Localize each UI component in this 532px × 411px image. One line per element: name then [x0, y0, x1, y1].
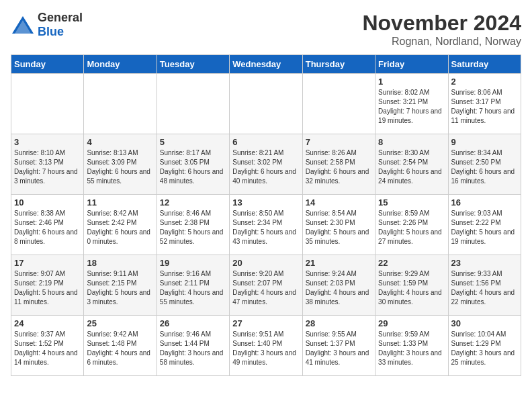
- day-number: 23: [451, 258, 518, 268]
- day-number: 7: [306, 137, 372, 147]
- logo-blue: Blue: [38, 25, 64, 38]
- day-cell: 12Sunrise: 8:46 AMSunset: 2:38 PMDayligh…: [157, 195, 229, 255]
- day-cell: 13Sunrise: 8:50 AMSunset: 2:34 PMDayligh…: [230, 195, 302, 255]
- day-cell: 8Sunrise: 8:30 AMSunset: 2:54 PMDaylight…: [375, 134, 448, 195]
- day-cell: 28Sunrise: 9:55 AMSunset: 1:37 PMDayligh…: [302, 316, 375, 376]
- day-number: 10: [14, 197, 81, 208]
- day-number: 30: [451, 318, 518, 328]
- day-number: 1: [378, 77, 445, 87]
- day-cell: 30Sunrise: 10:04 AMSunset: 1:29 PMDaylig…: [448, 316, 521, 376]
- day-info: Sunrise: 9:29 AMSunset: 1:59 PMDaylight:…: [378, 269, 445, 307]
- day-info: Sunrise: 8:10 AMSunset: 3:13 PMDaylight:…: [14, 148, 81, 186]
- day-number: 16: [451, 197, 518, 208]
- day-cell: 6Sunrise: 8:21 AMSunset: 3:02 PMDaylight…: [230, 134, 302, 195]
- day-number: 17: [14, 258, 81, 268]
- weekday-header-sunday: Sunday: [11, 55, 84, 74]
- day-cell: 4Sunrise: 8:13 AMSunset: 3:09 PMDaylight…: [84, 134, 157, 195]
- day-cell: 19Sunrise: 9:16 AMSunset: 2:11 PMDayligh…: [157, 255, 229, 316]
- day-number: 12: [160, 197, 226, 208]
- logo-text: General Blue: [38, 11, 83, 39]
- day-cell: 3Sunrise: 8:10 AMSunset: 3:13 PMDaylight…: [11, 134, 84, 195]
- day-info: Sunrise: 10:04 AMSunset: 1:29 PMDaylight…: [451, 330, 518, 367]
- day-info: Sunrise: 9:03 AMSunset: 2:22 PMDaylight:…: [451, 209, 518, 246]
- day-cell: [157, 74, 229, 134]
- logo-general: General: [38, 11, 83, 24]
- day-info: Sunrise: 9:42 AMSunset: 1:48 PMDaylight:…: [87, 330, 153, 367]
- day-cell: 21Sunrise: 9:24 AMSunset: 2:03 PMDayligh…: [302, 255, 375, 316]
- day-cell: [230, 74, 302, 134]
- day-number: 21: [306, 258, 372, 268]
- day-info: Sunrise: 8:59 AMSunset: 2:26 PMDaylight:…: [378, 209, 445, 246]
- week-row-3: 10Sunrise: 8:38 AMSunset: 2:46 PMDayligh…: [11, 195, 521, 255]
- week-row-5: 24Sunrise: 9:37 AMSunset: 1:52 PMDayligh…: [11, 316, 521, 376]
- weekday-header-thursday: Thursday: [302, 55, 375, 74]
- day-number: 24: [14, 318, 81, 328]
- week-row-2: 3Sunrise: 8:10 AMSunset: 3:13 PMDaylight…: [11, 134, 521, 195]
- day-cell: 23Sunrise: 9:33 AMSunset: 1:56 PMDayligh…: [448, 255, 521, 316]
- day-info: Sunrise: 9:55 AMSunset: 1:37 PMDaylight:…: [306, 330, 372, 367]
- day-cell: 15Sunrise: 8:59 AMSunset: 2:26 PMDayligh…: [375, 195, 448, 255]
- day-number: 2: [451, 77, 518, 87]
- day-cell: [11, 74, 84, 134]
- day-cell: 5Sunrise: 8:17 AMSunset: 3:05 PMDaylight…: [157, 134, 229, 195]
- day-info: Sunrise: 9:24 AMSunset: 2:03 PMDaylight:…: [306, 269, 372, 307]
- day-cell: 7Sunrise: 8:26 AMSunset: 2:58 PMDaylight…: [302, 134, 375, 195]
- day-info: Sunrise: 8:42 AMSunset: 2:42 PMDaylight:…: [87, 209, 153, 246]
- month-title: November 2024: [362, 11, 521, 36]
- day-number: 22: [378, 258, 445, 268]
- day-number: 9: [451, 137, 518, 147]
- day-info: Sunrise: 8:50 AMSunset: 2:34 PMDaylight:…: [232, 209, 299, 246]
- day-info: Sunrise: 8:46 AMSunset: 2:38 PMDaylight:…: [160, 209, 226, 246]
- day-number: 27: [232, 318, 299, 328]
- day-cell: 29Sunrise: 9:59 AMSunset: 1:33 PMDayligh…: [375, 316, 448, 376]
- weekday-header-friday: Friday: [375, 55, 448, 74]
- day-number: 15: [378, 197, 445, 208]
- day-number: 6: [232, 137, 299, 147]
- day-info: Sunrise: 8:13 AMSunset: 3:09 PMDaylight:…: [87, 148, 153, 186]
- day-info: Sunrise: 8:21 AMSunset: 3:02 PMDaylight:…: [232, 148, 299, 186]
- day-info: Sunrise: 8:02 AMSunset: 3:21 PMDaylight:…: [378, 88, 445, 126]
- weekday-header-row: SundayMondayTuesdayWednesdayThursdayFrid…: [11, 55, 521, 74]
- day-number: 26: [160, 318, 226, 328]
- day-cell: 1Sunrise: 8:02 AMSunset: 3:21 PMDaylight…: [375, 74, 448, 134]
- day-info: Sunrise: 9:07 AMSunset: 2:19 PMDaylight:…: [14, 269, 81, 307]
- day-cell: 16Sunrise: 9:03 AMSunset: 2:22 PMDayligh…: [448, 195, 521, 255]
- weekday-header-saturday: Saturday: [448, 55, 521, 74]
- day-number: 13: [232, 197, 299, 208]
- day-number: 28: [306, 318, 372, 328]
- title-area: November 2024 Rognan, Nordland, Norway: [362, 11, 521, 48]
- day-cell: 14Sunrise: 8:54 AMSunset: 2:30 PMDayligh…: [302, 195, 375, 255]
- day-cell: 11Sunrise: 8:42 AMSunset: 2:42 PMDayligh…: [84, 195, 157, 255]
- week-row-4: 17Sunrise: 9:07 AMSunset: 2:19 PMDayligh…: [11, 255, 521, 316]
- day-info: Sunrise: 9:59 AMSunset: 1:33 PMDaylight:…: [378, 330, 445, 367]
- day-info: Sunrise: 8:38 AMSunset: 2:46 PMDaylight:…: [14, 209, 81, 246]
- day-cell: 20Sunrise: 9:20 AMSunset: 2:07 PMDayligh…: [230, 255, 302, 316]
- location-title: Rognan, Nordland, Norway: [362, 36, 521, 48]
- day-number: 11: [87, 197, 153, 208]
- day-info: Sunrise: 9:37 AMSunset: 1:52 PMDaylight:…: [14, 330, 81, 367]
- day-cell: 24Sunrise: 9:37 AMSunset: 1:52 PMDayligh…: [11, 316, 84, 376]
- day-cell: [302, 74, 375, 134]
- day-info: Sunrise: 8:06 AMSunset: 3:17 PMDaylight:…: [451, 88, 518, 126]
- day-number: 18: [87, 258, 153, 268]
- day-info: Sunrise: 8:34 AMSunset: 2:50 PMDaylight:…: [451, 148, 518, 186]
- day-cell: 22Sunrise: 9:29 AMSunset: 1:59 PMDayligh…: [375, 255, 448, 316]
- calendar: SundayMondayTuesdayWednesdayThursdayFrid…: [11, 54, 521, 376]
- logo-icon: [11, 15, 35, 35]
- day-info: Sunrise: 8:26 AMSunset: 2:58 PMDaylight:…: [306, 148, 372, 186]
- day-cell: 17Sunrise: 9:07 AMSunset: 2:19 PMDayligh…: [11, 255, 84, 316]
- weekday-header-wednesday: Wednesday: [230, 55, 302, 74]
- day-number: 8: [378, 137, 445, 147]
- day-number: 20: [232, 258, 299, 268]
- day-number: 4: [87, 137, 153, 147]
- weekday-header-tuesday: Tuesday: [157, 55, 229, 74]
- day-number: 25: [87, 318, 153, 328]
- day-cell: 10Sunrise: 8:38 AMSunset: 2:46 PMDayligh…: [11, 195, 84, 255]
- day-number: 14: [306, 197, 372, 208]
- day-info: Sunrise: 9:20 AMSunset: 2:07 PMDaylight:…: [232, 269, 299, 307]
- day-cell: 18Sunrise: 9:11 AMSunset: 2:15 PMDayligh…: [84, 255, 157, 316]
- day-cell: 9Sunrise: 8:34 AMSunset: 2:50 PMDaylight…: [448, 134, 521, 195]
- day-info: Sunrise: 8:17 AMSunset: 3:05 PMDaylight:…: [160, 148, 226, 186]
- day-info: Sunrise: 9:51 AMSunset: 1:40 PMDaylight:…: [232, 330, 299, 367]
- logo: General Blue: [11, 11, 83, 39]
